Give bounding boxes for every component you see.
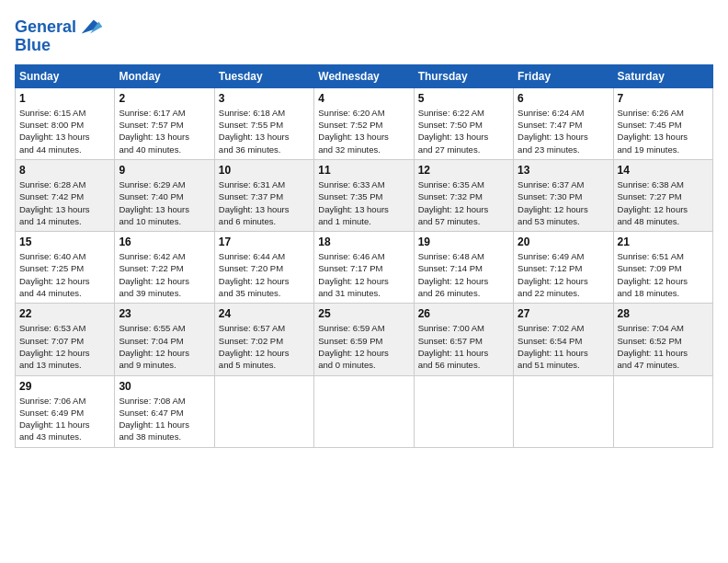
week-row-5: 29Sunrise: 7:06 AM Sunset: 6:49 PM Dayli… [16, 375, 713, 447]
day-info: Sunrise: 6:42 AM Sunset: 7:22 PM Dayligh… [119, 250, 210, 299]
week-row-2: 8Sunrise: 6:28 AM Sunset: 7:42 PM Daylig… [16, 159, 713, 231]
day-cell: 14Sunrise: 6:38 AM Sunset: 7:27 PM Dayli… [613, 159, 712, 231]
day-info: Sunrise: 7:02 AM Sunset: 6:54 PM Dayligh… [518, 322, 609, 371]
day-number: 3 [219, 92, 310, 105]
weekday-sunday: Sunday [16, 64, 115, 87]
day-info: Sunrise: 6:28 AM Sunset: 7:42 PM Dayligh… [19, 178, 110, 227]
day-cell: 9Sunrise: 6:29 AM Sunset: 7:40 PM Daylig… [115, 159, 214, 231]
week-row-1: 1Sunrise: 6:15 AM Sunset: 8:00 PM Daylig… [16, 87, 713, 159]
day-info: Sunrise: 6:17 AM Sunset: 7:57 PM Dayligh… [119, 107, 210, 155]
day-cell: 23Sunrise: 6:55 AM Sunset: 7:04 PM Dayli… [115, 304, 214, 375]
day-info: Sunrise: 6:49 AM Sunset: 7:12 PM Dayligh… [518, 250, 609, 299]
weekday-tuesday: Tuesday [214, 64, 313, 87]
day-number: 28 [618, 307, 709, 320]
day-info: Sunrise: 6:37 AM Sunset: 7:30 PM Dayligh… [518, 178, 609, 227]
day-number: 7 [618, 92, 709, 105]
logo: General Blue [15, 15, 104, 55]
day-cell: 10Sunrise: 6:31 AM Sunset: 7:37 PM Dayli… [214, 159, 313, 231]
day-cell [214, 375, 313, 447]
day-cell: 28Sunrise: 7:04 AM Sunset: 6:52 PM Dayli… [613, 304, 712, 375]
day-info: Sunrise: 7:06 AM Sunset: 6:49 PM Dayligh… [19, 395, 110, 443]
day-cell: 20Sunrise: 6:49 AM Sunset: 7:12 PM Dayli… [514, 232, 613, 304]
day-info: Sunrise: 6:18 AM Sunset: 7:55 PM Dayligh… [219, 107, 310, 155]
weekday-header-row: SundayMondayTuesdayWednesdayThursdayFrid… [16, 64, 713, 87]
day-cell: 6Sunrise: 6:24 AM Sunset: 7:47 PM Daylig… [514, 87, 613, 159]
day-info: Sunrise: 6:31 AM Sunset: 7:37 PM Dayligh… [219, 178, 310, 227]
day-cell: 24Sunrise: 6:57 AM Sunset: 7:02 PM Dayli… [214, 304, 313, 375]
day-number: 8 [19, 164, 110, 177]
day-number: 11 [318, 164, 409, 177]
weekday-thursday: Thursday [414, 64, 513, 87]
day-number: 20 [518, 236, 609, 248]
day-number: 13 [518, 164, 609, 177]
day-number: 6 [518, 92, 609, 105]
day-cell [613, 375, 712, 447]
day-number: 27 [518, 307, 609, 320]
day-cell: 30Sunrise: 7:08 AM Sunset: 6:47 PM Dayli… [115, 375, 214, 447]
day-info: Sunrise: 7:08 AM Sunset: 6:47 PM Dayligh… [119, 395, 210, 443]
day-info: Sunrise: 7:00 AM Sunset: 6:57 PM Dayligh… [418, 322, 509, 371]
weekday-monday: Monday [115, 64, 214, 87]
day-cell: 18Sunrise: 6:46 AM Sunset: 7:17 PM Dayli… [314, 232, 414, 304]
week-row-4: 22Sunrise: 6:53 AM Sunset: 7:07 PM Dayli… [16, 304, 713, 375]
day-info: Sunrise: 6:44 AM Sunset: 7:20 PM Dayligh… [219, 250, 310, 299]
weekday-wednesday: Wednesday [314, 64, 414, 87]
day-number: 15 [19, 236, 110, 248]
day-info: Sunrise: 6:55 AM Sunset: 7:04 PM Dayligh… [119, 322, 210, 371]
day-info: Sunrise: 6:20 AM Sunset: 7:52 PM Dayligh… [318, 107, 409, 155]
day-cell [414, 375, 513, 447]
day-number: 21 [618, 236, 709, 248]
day-cell: 21Sunrise: 6:51 AM Sunset: 7:09 PM Dayli… [613, 232, 712, 304]
day-info: Sunrise: 6:40 AM Sunset: 7:25 PM Dayligh… [19, 250, 110, 299]
day-cell: 8Sunrise: 6:28 AM Sunset: 7:42 PM Daylig… [16, 159, 115, 231]
weekday-saturday: Saturday [613, 64, 712, 87]
day-info: Sunrise: 6:15 AM Sunset: 8:00 PM Dayligh… [19, 107, 110, 155]
day-cell: 13Sunrise: 6:37 AM Sunset: 7:30 PM Dayli… [514, 159, 613, 231]
day-info: Sunrise: 6:22 AM Sunset: 7:50 PM Dayligh… [418, 107, 509, 155]
day-number: 16 [119, 236, 210, 248]
day-cell: 11Sunrise: 6:33 AM Sunset: 7:35 PM Dayli… [314, 159, 414, 231]
day-cell: 5Sunrise: 6:22 AM Sunset: 7:50 PM Daylig… [414, 87, 513, 159]
day-cell: 22Sunrise: 6:53 AM Sunset: 7:07 PM Dayli… [16, 304, 115, 375]
day-cell: 2Sunrise: 6:17 AM Sunset: 7:57 PM Daylig… [115, 87, 214, 159]
calendar-table: SundayMondayTuesdayWednesdayThursdayFrid… [15, 64, 713, 448]
day-cell: 7Sunrise: 6:26 AM Sunset: 7:45 PM Daylig… [613, 87, 712, 159]
day-number: 17 [219, 236, 310, 248]
day-info: Sunrise: 6:33 AM Sunset: 7:35 PM Dayligh… [318, 178, 409, 227]
day-info: Sunrise: 7:04 AM Sunset: 6:52 PM Dayligh… [618, 322, 709, 371]
day-cell: 15Sunrise: 6:40 AM Sunset: 7:25 PM Dayli… [16, 232, 115, 304]
day-cell: 1Sunrise: 6:15 AM Sunset: 8:00 PM Daylig… [16, 87, 115, 159]
day-number: 9 [119, 164, 210, 177]
day-number: 26 [418, 307, 509, 320]
day-cell: 3Sunrise: 6:18 AM Sunset: 7:55 PM Daylig… [214, 87, 313, 159]
day-cell [514, 375, 613, 447]
day-number: 30 [119, 380, 210, 393]
day-number: 25 [318, 307, 409, 320]
day-cell: 27Sunrise: 7:02 AM Sunset: 6:54 PM Dayli… [514, 304, 613, 375]
day-info: Sunrise: 6:46 AM Sunset: 7:17 PM Dayligh… [318, 250, 409, 299]
weekday-friday: Friday [514, 64, 613, 87]
day-info: Sunrise: 6:51 AM Sunset: 7:09 PM Dayligh… [618, 250, 709, 299]
day-number: 22 [19, 307, 110, 320]
header: General Blue [15, 15, 713, 55]
day-number: 4 [318, 92, 409, 105]
day-cell: 19Sunrise: 6:48 AM Sunset: 7:14 PM Dayli… [414, 232, 513, 304]
day-cell: 4Sunrise: 6:20 AM Sunset: 7:52 PM Daylig… [314, 87, 414, 159]
day-info: Sunrise: 6:26 AM Sunset: 7:45 PM Dayligh… [618, 107, 709, 155]
day-cell [314, 375, 414, 447]
day-cell: 12Sunrise: 6:35 AM Sunset: 7:32 PM Dayli… [414, 159, 513, 231]
day-cell: 16Sunrise: 6:42 AM Sunset: 7:22 PM Dayli… [115, 232, 214, 304]
logo-text: General [15, 18, 76, 37]
day-number: 18 [318, 236, 409, 248]
day-number: 12 [418, 164, 509, 177]
logo-icon [78, 15, 104, 40]
day-number: 24 [219, 307, 310, 320]
day-cell: 26Sunrise: 7:00 AM Sunset: 6:57 PM Dayli… [414, 304, 513, 375]
day-number: 1 [19, 92, 110, 105]
day-cell: 17Sunrise: 6:44 AM Sunset: 7:20 PM Dayli… [214, 232, 313, 304]
day-info: Sunrise: 6:59 AM Sunset: 6:59 PM Dayligh… [318, 322, 409, 371]
week-row-3: 15Sunrise: 6:40 AM Sunset: 7:25 PM Dayli… [16, 232, 713, 304]
day-info: Sunrise: 6:24 AM Sunset: 7:47 PM Dayligh… [518, 107, 609, 155]
day-cell: 25Sunrise: 6:59 AM Sunset: 6:59 PM Dayli… [314, 304, 414, 375]
day-cell: 29Sunrise: 7:06 AM Sunset: 6:49 PM Dayli… [16, 375, 115, 447]
